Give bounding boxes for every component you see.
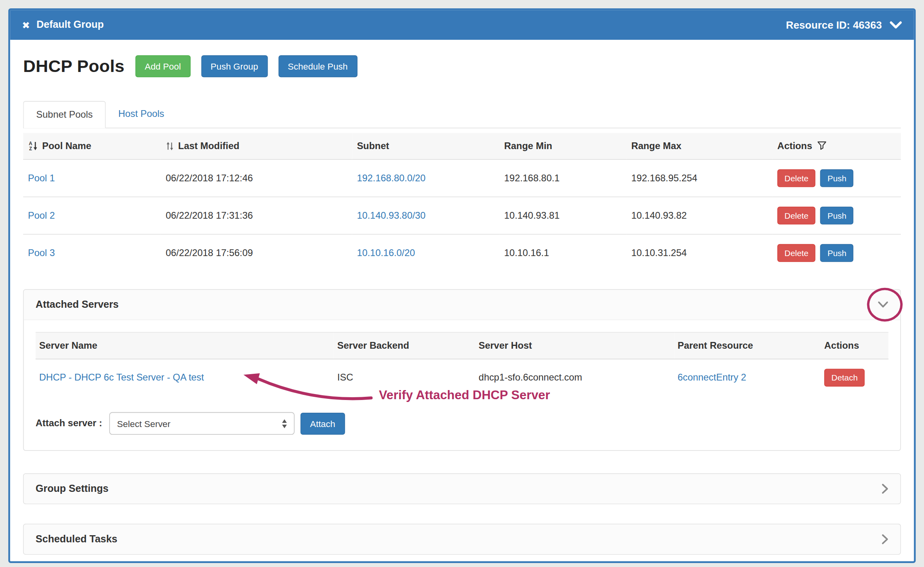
pool-tabs: Subnet Pools Host Pools xyxy=(23,101,901,128)
col-range-min-label: Range Min xyxy=(504,141,552,151)
title-row: DHCP Pools Add Pool Push Group Schedule … xyxy=(23,55,901,77)
chevron-down-icon[interactable] xyxy=(889,21,902,29)
last-modified-cell: 06/22/2018 17:31:36 xyxy=(161,197,352,234)
attached-servers-body: Server Name Server Backend Server Host P… xyxy=(24,320,901,450)
scheduled-tasks-header[interactable]: Scheduled Tasks xyxy=(24,524,901,554)
add-pool-button[interactable]: Add Pool xyxy=(135,55,190,77)
svg-text:Z: Z xyxy=(29,146,32,151)
sort-updown-icon[interactable] xyxy=(166,141,174,151)
server-backend-cell: ISC xyxy=(334,359,475,396)
chevron-right-icon[interactable] xyxy=(881,484,889,494)
schedule-push-button[interactable]: Schedule Push xyxy=(278,55,357,77)
attach-button[interactable]: Attach xyxy=(301,412,345,434)
server-host-cell: dhcp1-sfo.6connect.com xyxy=(475,359,674,396)
col-server-actions: Actions xyxy=(821,332,888,359)
server-name-link[interactable]: DHCP - DHCP 6c Test Server - QA test xyxy=(39,372,204,382)
last-modified-cell: 06/22/2018 17:56:09 xyxy=(161,234,352,271)
col-subnet-label: Subnet xyxy=(357,141,389,151)
pool-table-header-row: A Z Pool Name xyxy=(23,133,901,159)
attach-server-row: Attach server : Select Server Attach xyxy=(36,412,889,435)
col-range-max-label: Range Max xyxy=(631,141,681,151)
scheduled-tasks-panel: Scheduled Tasks xyxy=(23,524,901,555)
group-title: Default Group xyxy=(37,19,104,31)
delete-button[interactable]: Delete xyxy=(777,244,815,262)
pool-name-link[interactable]: Pool 2 xyxy=(28,210,55,220)
group-settings-title: Group Settings xyxy=(36,483,109,495)
parent-resource-link[interactable]: 6connectEntry 2 xyxy=(677,372,746,382)
subnet-link[interactable]: 10.10.16.0/20 xyxy=(357,248,415,258)
chevron-down-icon[interactable] xyxy=(878,301,889,308)
col-range-min: Range Min xyxy=(499,133,627,159)
col-pool-name-label: Pool Name xyxy=(42,141,91,151)
col-server-host: Server Host xyxy=(475,332,674,359)
page: ✖ Default Group Resource ID: 46363 DHCP … xyxy=(0,0,924,567)
attached-servers-panel: Attached Servers Server Name xyxy=(23,289,901,450)
page-title: DHCP Pools xyxy=(23,56,124,76)
sort-alpha-icon[interactable]: A Z xyxy=(28,141,38,151)
resource-id-label: Resource ID: 46363 xyxy=(786,19,882,31)
push-group-button[interactable]: Push Group xyxy=(201,55,268,77)
close-icon[interactable]: ✖ xyxy=(22,19,30,31)
col-last-modified-label: Last Modified xyxy=(178,141,239,151)
attached-servers-title: Attached Servers xyxy=(36,299,119,311)
select-arrows-icon xyxy=(282,419,287,428)
table-row: Pool 3 06/22/2018 17:56:09 10.10.16.0/20… xyxy=(23,234,901,271)
delete-button[interactable]: Delete xyxy=(777,207,815,225)
pool-name-link[interactable]: Pool 3 xyxy=(28,248,55,258)
subnet-link[interactable]: 10.140.93.80/30 xyxy=(357,210,426,220)
tab-subnet-pools[interactable]: Subnet Pools xyxy=(23,101,106,128)
detach-button[interactable]: Detach xyxy=(824,369,865,387)
range-min-cell: 10.10.16.1 xyxy=(499,234,627,271)
server-table: Server Name Server Backend Server Host P… xyxy=(36,332,889,396)
tab-host-pools[interactable]: Host Pools xyxy=(106,101,177,128)
panel-body: DHCP Pools Add Pool Push Group Schedule … xyxy=(10,40,914,555)
group-settings-panel: Group Settings xyxy=(23,473,901,504)
range-max-cell: 10.10.31.254 xyxy=(627,234,773,271)
delete-button[interactable]: Delete xyxy=(777,169,815,187)
filter-icon[interactable] xyxy=(817,141,827,150)
table-row: Pool 1 06/22/2018 17:12:46 192.168.80.0/… xyxy=(23,159,901,197)
group-settings-header[interactable]: Group Settings xyxy=(24,474,901,504)
group-header-left: ✖ Default Group xyxy=(22,19,104,31)
server-table-header-row: Server Name Server Backend Server Host P… xyxy=(36,332,889,359)
col-server-backend: Server Backend xyxy=(334,332,475,359)
chevron-right-icon[interactable] xyxy=(881,534,889,545)
attach-server-label: Attach server : xyxy=(36,418,102,429)
col-actions-label: Actions xyxy=(777,141,812,151)
col-actions: Actions xyxy=(773,133,901,159)
push-button[interactable]: Push xyxy=(820,207,854,225)
default-group-panel: ✖ Default Group Resource ID: 46363 DHCP … xyxy=(8,8,916,563)
range-max-cell: 192.168.95.254 xyxy=(627,159,773,197)
table-row: Pool 2 06/22/2018 17:31:36 10.140.93.80/… xyxy=(23,197,901,234)
table-row: DHCP - DHCP 6c Test Server - QA test ISC… xyxy=(36,359,889,396)
push-button[interactable]: Push xyxy=(820,244,854,262)
group-header: ✖ Default Group Resource ID: 46363 xyxy=(10,10,914,40)
range-min-cell: 192.168.80.1 xyxy=(499,159,627,197)
pool-name-link[interactable]: Pool 1 xyxy=(28,173,55,183)
range-max-cell: 10.140.93.82 xyxy=(627,197,773,234)
attached-servers-header[interactable]: Attached Servers xyxy=(24,290,901,320)
range-min-cell: 10.140.93.81 xyxy=(499,197,627,234)
push-button[interactable]: Push xyxy=(820,169,854,187)
subnet-link[interactable]: 192.168.80.0/20 xyxy=(357,173,426,183)
server-select[interactable]: Select Server xyxy=(109,412,295,435)
server-select-value: Select Server xyxy=(117,418,170,428)
col-server-name: Server Name xyxy=(36,332,334,359)
col-parent-resource: Parent Resource xyxy=(674,332,821,359)
col-last-modified: Last Modified xyxy=(161,133,352,159)
col-range-max: Range Max xyxy=(627,133,773,159)
scheduled-tasks-title: Scheduled Tasks xyxy=(36,533,118,545)
col-pool-name: A Z Pool Name xyxy=(23,133,161,159)
col-subnet: Subnet xyxy=(352,133,499,159)
group-header-right: Resource ID: 46363 xyxy=(786,19,902,31)
pool-table: A Z Pool Name xyxy=(23,133,901,272)
last-modified-cell: 06/22/2018 17:12:46 xyxy=(161,159,352,197)
